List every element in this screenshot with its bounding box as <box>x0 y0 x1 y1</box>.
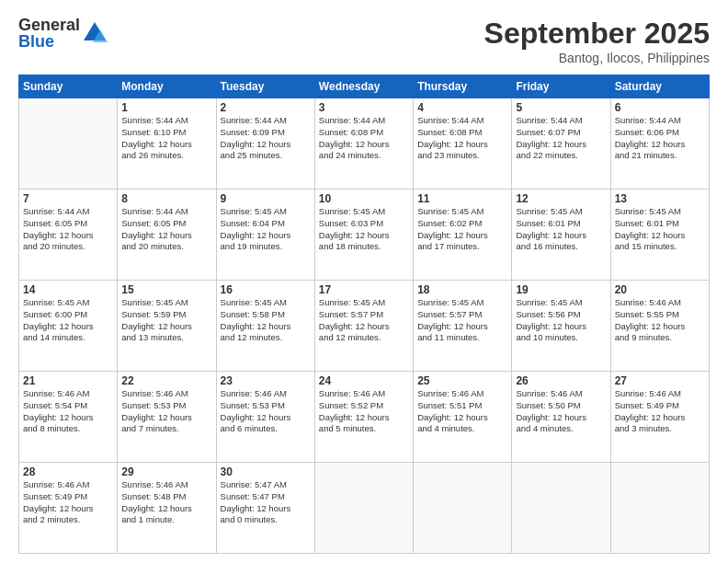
day-info: Sunrise: 5:45 AM Sunset: 6:02 PM Dayligh… <box>417 206 507 253</box>
table-row: 29Sunrise: 5:46 AM Sunset: 5:48 PM Dayli… <box>118 463 216 554</box>
day-info: Sunrise: 5:46 AM Sunset: 5:52 PM Dayligh… <box>319 388 409 435</box>
day-number: 29 <box>121 465 211 478</box>
header-tuesday: Tuesday <box>216 75 314 98</box>
day-info: Sunrise: 5:44 AM Sunset: 6:07 PM Dayligh… <box>516 115 606 162</box>
table-row: 16Sunrise: 5:45 AM Sunset: 5:58 PM Dayli… <box>216 281 314 372</box>
table-row: 5Sunrise: 5:44 AM Sunset: 6:07 PM Daylig… <box>512 98 610 190</box>
calendar-table: Sunday Monday Tuesday Wednesday Thursday… <box>18 75 710 554</box>
logo-general: General <box>18 17 80 33</box>
day-info: Sunrise: 5:44 AM Sunset: 6:10 PM Dayligh… <box>121 115 211 162</box>
table-row: 19Sunrise: 5:45 AM Sunset: 5:56 PM Dayli… <box>512 281 610 372</box>
table-row: 10Sunrise: 5:45 AM Sunset: 6:03 PM Dayli… <box>314 190 413 281</box>
day-number: 26 <box>516 374 606 387</box>
day-number: 18 <box>417 283 507 296</box>
day-number: 23 <box>221 374 311 387</box>
day-info: Sunrise: 5:45 AM Sunset: 5:56 PM Dayligh… <box>516 297 606 344</box>
day-number: 9 <box>221 192 311 205</box>
calendar-week-row: 21Sunrise: 5:46 AM Sunset: 5:54 PM Dayli… <box>19 372 710 463</box>
day-number: 22 <box>121 374 211 387</box>
day-number: 28 <box>23 465 113 478</box>
day-number: 17 <box>319 283 409 296</box>
day-info: Sunrise: 5:45 AM Sunset: 6:01 PM Dayligh… <box>615 206 705 253</box>
day-info: Sunrise: 5:45 AM Sunset: 5:57 PM Dayligh… <box>319 297 409 344</box>
day-number: 6 <box>615 101 705 114</box>
table-row: 12Sunrise: 5:45 AM Sunset: 6:01 PM Dayli… <box>512 190 610 281</box>
calendar-header-row: Sunday Monday Tuesday Wednesday Thursday… <box>19 75 710 98</box>
table-row: 28Sunrise: 5:46 AM Sunset: 5:49 PM Dayli… <box>19 463 118 554</box>
table-row: 8Sunrise: 5:44 AM Sunset: 6:05 PM Daylig… <box>118 190 216 281</box>
day-number: 5 <box>516 101 606 114</box>
table-row: 17Sunrise: 5:45 AM Sunset: 5:57 PM Dayli… <box>314 281 413 372</box>
day-number: 16 <box>221 283 311 296</box>
day-number: 20 <box>615 283 705 296</box>
day-info: Sunrise: 5:44 AM Sunset: 6:05 PM Dayligh… <box>23 206 113 253</box>
table-row <box>610 463 709 554</box>
day-number: 7 <box>23 192 113 205</box>
day-info: Sunrise: 5:45 AM Sunset: 6:03 PM Dayligh… <box>319 206 409 253</box>
day-number: 19 <box>516 283 606 296</box>
day-info: Sunrise: 5:44 AM Sunset: 6:05 PM Dayligh… <box>121 206 211 253</box>
day-number: 27 <box>615 374 705 387</box>
table-row <box>414 463 512 554</box>
day-info: Sunrise: 5:45 AM Sunset: 5:57 PM Dayligh… <box>417 297 507 344</box>
table-row: 27Sunrise: 5:46 AM Sunset: 5:49 PM Dayli… <box>610 372 709 463</box>
table-row: 26Sunrise: 5:46 AM Sunset: 5:50 PM Dayli… <box>512 372 610 463</box>
day-number: 21 <box>23 374 113 387</box>
day-number: 25 <box>417 374 507 387</box>
calendar-title: September 2025 <box>484 17 710 51</box>
table-row: 9Sunrise: 5:45 AM Sunset: 6:04 PM Daylig… <box>216 190 314 281</box>
table-row: 4Sunrise: 5:44 AM Sunset: 6:08 PM Daylig… <box>414 98 512 190</box>
table-row: 14Sunrise: 5:45 AM Sunset: 6:00 PM Dayli… <box>19 281 118 372</box>
header-saturday: Saturday <box>610 75 709 98</box>
day-info: Sunrise: 5:44 AM Sunset: 6:06 PM Dayligh… <box>615 115 705 162</box>
day-number: 14 <box>23 283 113 296</box>
table-row: 22Sunrise: 5:46 AM Sunset: 5:53 PM Dayli… <box>118 372 216 463</box>
logo-blue: Blue <box>18 33 80 50</box>
table-row: 11Sunrise: 5:45 AM Sunset: 6:02 PM Dayli… <box>414 190 512 281</box>
header-sunday: Sunday <box>19 75 118 98</box>
day-info: Sunrise: 5:46 AM Sunset: 5:49 PM Dayligh… <box>23 479 113 526</box>
day-number: 11 <box>417 192 507 205</box>
header-monday: Monday <box>118 75 216 98</box>
table-row: 7Sunrise: 5:44 AM Sunset: 6:05 PM Daylig… <box>19 190 118 281</box>
day-number: 4 <box>417 101 507 114</box>
logo: General Blue <box>18 17 108 50</box>
day-info: Sunrise: 5:46 AM Sunset: 5:50 PM Dayligh… <box>516 388 606 435</box>
day-info: Sunrise: 5:46 AM Sunset: 5:48 PM Dayligh… <box>121 479 211 526</box>
day-info: Sunrise: 5:47 AM Sunset: 5:47 PM Dayligh… <box>221 479 311 526</box>
table-row <box>19 98 118 190</box>
day-number: 8 <box>121 192 211 205</box>
table-row: 13Sunrise: 5:45 AM Sunset: 6:01 PM Dayli… <box>610 190 709 281</box>
day-info: Sunrise: 5:46 AM Sunset: 5:54 PM Dayligh… <box>23 388 113 435</box>
header-friday: Friday <box>512 75 610 98</box>
day-info: Sunrise: 5:45 AM Sunset: 5:59 PM Dayligh… <box>121 297 211 344</box>
table-row: 18Sunrise: 5:45 AM Sunset: 5:57 PM Dayli… <box>414 281 512 372</box>
header-thursday: Thursday <box>414 75 512 98</box>
calendar-week-row: 7Sunrise: 5:44 AM Sunset: 6:05 PM Daylig… <box>19 190 710 281</box>
table-row: 20Sunrise: 5:46 AM Sunset: 5:55 PM Dayli… <box>610 281 709 372</box>
day-number: 10 <box>319 192 409 205</box>
header-wednesday: Wednesday <box>314 75 413 98</box>
day-info: Sunrise: 5:45 AM Sunset: 6:01 PM Dayligh… <box>516 206 606 253</box>
day-info: Sunrise: 5:44 AM Sunset: 6:08 PM Dayligh… <box>319 115 409 162</box>
day-number: 1 <box>121 101 211 114</box>
calendar-week-row: 14Sunrise: 5:45 AM Sunset: 6:00 PM Dayli… <box>19 281 710 372</box>
logo-icon <box>82 20 108 46</box>
title-block: September 2025 Bantog, Ilocos, Philippin… <box>484 17 710 65</box>
table-row <box>512 463 610 554</box>
calendar-subtitle: Bantog, Ilocos, Philippines <box>484 51 710 65</box>
table-row: 6Sunrise: 5:44 AM Sunset: 6:06 PM Daylig… <box>610 98 709 190</box>
table-row: 3Sunrise: 5:44 AM Sunset: 6:08 PM Daylig… <box>314 98 413 190</box>
calendar-week-row: 1Sunrise: 5:44 AM Sunset: 6:10 PM Daylig… <box>19 98 710 190</box>
day-info: Sunrise: 5:45 AM Sunset: 5:58 PM Dayligh… <box>221 297 311 344</box>
table-row: 1Sunrise: 5:44 AM Sunset: 6:10 PM Daylig… <box>118 98 216 190</box>
day-info: Sunrise: 5:44 AM Sunset: 6:09 PM Dayligh… <box>221 115 311 162</box>
day-number: 2 <box>221 101 311 114</box>
day-info: Sunrise: 5:46 AM Sunset: 5:55 PM Dayligh… <box>615 297 705 344</box>
day-info: Sunrise: 5:44 AM Sunset: 6:08 PM Dayligh… <box>417 115 507 162</box>
table-row: 25Sunrise: 5:46 AM Sunset: 5:51 PM Dayli… <box>414 372 512 463</box>
page-header: General Blue September 2025 Bantog, Iloc… <box>18 17 710 65</box>
day-number: 24 <box>319 374 409 387</box>
day-number: 30 <box>221 465 311 478</box>
day-info: Sunrise: 5:46 AM Sunset: 5:51 PM Dayligh… <box>417 388 507 435</box>
